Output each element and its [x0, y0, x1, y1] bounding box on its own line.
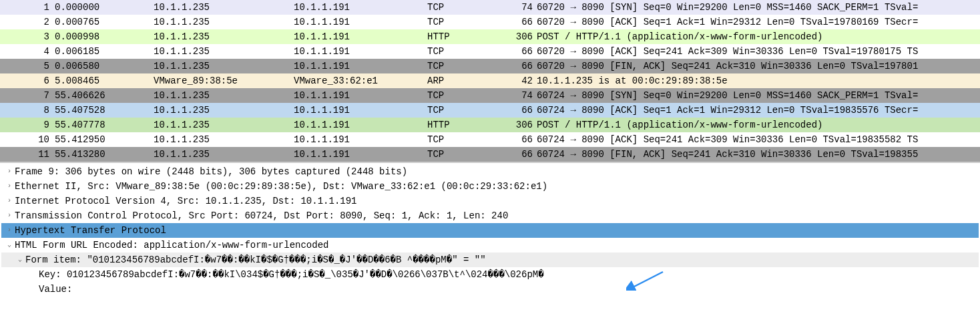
- packet-destination: 10.1.1.191: [294, 15, 427, 29]
- packet-source: 10.1.1.235: [154, 103, 294, 118]
- packet-destination: VMware_33:62:e1: [294, 73, 427, 88]
- packet-destination: 10.1.1.191: [294, 29, 427, 44]
- tree-item[interactable]: ⌄Form item: "010123456789abcdefI:�w7��:�…: [1, 253, 979, 267]
- packet-length: 66: [507, 44, 535, 59]
- packet-source: 10.1.1.235: [154, 15, 294, 29]
- packet-time: 55.406626: [53, 88, 154, 103]
- packet-list[interactable]: 10.00000010.1.1.23510.1.1.191TCP7460720 …: [0, 0, 980, 163]
- packet-info: 60724 → 8090 [FIN, ACK] Seq=241 Ack=310 …: [535, 147, 980, 162]
- packet-time: 0.000998: [53, 29, 154, 44]
- packet-source: 10.1.1.235: [154, 88, 294, 103]
- packet-info: 60720 → 8090 [ACK] Seq=241 Ack=309 Win=3…: [535, 44, 980, 59]
- packet-length: 66: [507, 59, 535, 73]
- packet-no: 10: [0, 132, 53, 147]
- packet-row[interactable]: 755.40662610.1.1.23510.1.1.191TCP7460724…: [0, 88, 980, 103]
- packet-source: 10.1.1.235: [154, 132, 294, 147]
- tree-item[interactable]: ›Transmission Control Protocol, Src Port…: [1, 208, 979, 223]
- packet-source: 10.1.1.235: [154, 118, 294, 132]
- packet-row[interactable]: 40.00618510.1.1.23510.1.1.191TCP6660720 …: [0, 44, 980, 59]
- expand-collapse-icon[interactable]: ›: [4, 179, 15, 194]
- packet-row[interactable]: 1055.41295010.1.1.23510.1.1.191TCP666072…: [0, 132, 980, 147]
- packet-length: 74: [507, 0, 535, 15]
- packet-info: 60724 → 8090 [ACK] Seq=241 Ack=309 Win=3…: [535, 132, 980, 147]
- packet-time: 55.407528: [53, 103, 154, 118]
- tree-label: Form item: "010123456789abcdefI:�w7��:��…: [25, 253, 979, 267]
- packet-protocol: TCP: [427, 0, 507, 15]
- packet-no: 11: [0, 147, 53, 162]
- packet-no: 9: [0, 118, 53, 132]
- packet-row[interactable]: 30.00099810.1.1.23510.1.1.191HTTP306POST…: [0, 29, 980, 44]
- tree-item[interactable]: ›Internet Protocol Version 4, Src: 10.1.…: [1, 194, 979, 208]
- packet-row[interactable]: 20.00076510.1.1.23510.1.1.191TCP6660720 …: [0, 15, 980, 29]
- packet-time: 55.413280: [53, 147, 154, 162]
- packet-row[interactable]: 10.00000010.1.1.23510.1.1.191TCP7460720 …: [0, 0, 980, 15]
- packet-protocol: TCP: [427, 132, 507, 147]
- packet-protocol: TCP: [427, 103, 507, 118]
- expand-collapse-icon[interactable]: ›: [4, 223, 15, 238]
- packet-info: 10.1.1.235 is at 00:0c:29:89:38:5e: [535, 73, 980, 88]
- packet-length: 66: [507, 147, 535, 162]
- expand-collapse-icon[interactable]: ›: [4, 208, 15, 223]
- tree-item[interactable]: ›Frame 9: 306 bytes on wire (2448 bits),…: [1, 164, 979, 179]
- packet-destination: 10.1.1.191: [294, 118, 427, 132]
- packet-length: 66: [507, 15, 535, 29]
- packet-source: 10.1.1.235: [154, 0, 294, 15]
- packet-length: 42: [507, 73, 535, 88]
- tree-item[interactable]: Key: 010123456789abcdefI:�w7��:��kI\034$…: [1, 267, 979, 282]
- packet-destination: 10.1.1.191: [294, 0, 427, 15]
- packet-destination: 10.1.1.191: [294, 147, 427, 162]
- tree-item[interactable]: ›Hypertext Transfer Protocol: [1, 223, 979, 238]
- packet-no: 8: [0, 103, 53, 118]
- tree-item[interactable]: ›Ethernet II, Src: VMware_89:38:5e (00:0…: [1, 179, 979, 194]
- packet-row[interactable]: 65.008465VMware_89:38:5eVMware_33:62:e1A…: [0, 73, 980, 88]
- tree-label: Ethernet II, Src: VMware_89:38:5e (00:0c…: [15, 179, 979, 194]
- packet-info: 60720 → 8090 [FIN, ACK] Seq=241 Ack=310 …: [535, 59, 980, 73]
- packet-no: 2: [0, 15, 53, 29]
- packet-info: POST / HTTP/1.1 (application/x-www-form-…: [535, 29, 980, 44]
- packet-row[interactable]: 955.40777810.1.1.23510.1.1.191HTTP306POS…: [0, 118, 980, 132]
- expand-collapse-icon[interactable]: ⌄: [15, 253, 25, 267]
- packet-protocol: ARP: [427, 73, 507, 88]
- packet-length: 66: [507, 132, 535, 147]
- packet-row[interactable]: 1155.41328010.1.1.23510.1.1.191TCP666072…: [0, 147, 980, 162]
- expand-collapse-icon[interactable]: ⌄: [4, 238, 15, 253]
- tree-label: Frame 9: 306 bytes on wire (2448 bits), …: [15, 164, 979, 179]
- packet-protocol: TCP: [427, 88, 507, 103]
- packet-time: 0.006185: [53, 44, 154, 59]
- tree-label: Hypertext Transfer Protocol: [15, 223, 979, 238]
- packet-no: 5: [0, 59, 53, 73]
- packet-row[interactable]: 50.00658010.1.1.23510.1.1.191TCP6660720 …: [0, 59, 980, 73]
- packet-time: 55.407778: [53, 118, 154, 132]
- packet-destination: 10.1.1.191: [294, 44, 427, 59]
- packet-row[interactable]: 855.40752810.1.1.23510.1.1.191TCP6660724…: [0, 103, 980, 118]
- packet-info: 60724 → 8090 [SYN] Seq=0 Win=29200 Len=0…: [535, 88, 980, 103]
- packet-time: 0.000000: [53, 0, 154, 15]
- packet-details[interactable]: ›Frame 9: 306 bytes on wire (2448 bits),…: [0, 163, 980, 297]
- packet-protocol: HTTP: [427, 29, 507, 44]
- packet-source: 10.1.1.235: [154, 44, 294, 59]
- tree-item[interactable]: Value:: [1, 282, 979, 297]
- packet-time: 5.008465: [53, 73, 154, 88]
- tree-item[interactable]: ⌄HTML Form URL Encoded: application/x-ww…: [1, 238, 979, 253]
- packet-length: 66: [507, 103, 535, 118]
- packet-destination: 10.1.1.191: [294, 59, 427, 73]
- expand-collapse-icon[interactable]: ›: [4, 164, 15, 179]
- packet-info: 60720 → 8090 [ACK] Seq=1 Ack=1 Win=29312…: [535, 15, 980, 29]
- packet-destination: 10.1.1.191: [294, 132, 427, 147]
- tree-label: Internet Protocol Version 4, Src: 10.1.1…: [15, 194, 979, 208]
- packet-no: 6: [0, 73, 53, 88]
- packet-protocol: HTTP: [427, 118, 507, 132]
- tree-label: Value:: [39, 282, 979, 297]
- packet-source: 10.1.1.235: [154, 29, 294, 44]
- expand-collapse-icon[interactable]: ›: [4, 194, 15, 208]
- packet-length: 306: [507, 29, 535, 44]
- packet-destination: 10.1.1.191: [294, 103, 427, 118]
- packet-protocol: TCP: [427, 59, 507, 73]
- packet-source: VMware_89:38:5e: [154, 73, 294, 88]
- tree-label: Transmission Control Protocol, Src Port:…: [15, 208, 979, 223]
- packet-protocol: TCP: [427, 147, 507, 162]
- packet-info: 60720 → 8090 [SYN] Seq=0 Win=29200 Len=0…: [535, 0, 980, 15]
- packet-destination: 10.1.1.191: [294, 88, 427, 103]
- packet-info: POST / HTTP/1.1 (application/x-www-form-…: [535, 118, 980, 132]
- packet-no: 3: [0, 29, 53, 44]
